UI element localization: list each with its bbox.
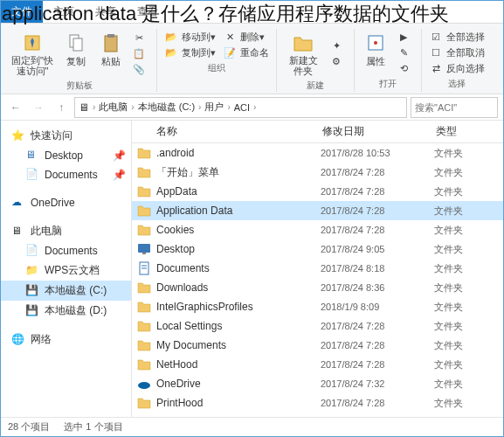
- easy-access-button[interactable]: ⚙: [326, 53, 350, 69]
- file-type: 文件夹: [434, 358, 503, 371]
- cut-button[interactable]: ✂: [128, 30, 153, 45]
- file-name: IntelGraphicsProfiles: [156, 301, 321, 313]
- file-type: 文件夹: [434, 166, 503, 179]
- copy-to-button[interactable]: 📂复制到 ▾: [161, 45, 219, 60]
- paste-button[interactable]: 粘贴: [93, 29, 128, 78]
- file-row[interactable]: My Documents 2017/8/24 7:28 文件夹: [132, 336, 503, 355]
- breadcrumb-users[interactable]: 用户: [201, 101, 227, 114]
- folder-icon: [137, 184, 151, 198]
- sidebar-drive-d[interactable]: 💾本地磁盘 (D:): [1, 301, 131, 321]
- copy-icon: [64, 31, 88, 55]
- sidebar-documents[interactable]: 📄Documents📌: [1, 165, 131, 184]
- sidebar-drive-c[interactable]: 💾本地磁盘 (C:): [1, 281, 131, 301]
- copy-path-button[interactable]: 📋: [128, 45, 153, 61]
- search-input[interactable]: [411, 97, 498, 118]
- col-type-header[interactable]: 类型: [429, 121, 503, 142]
- item-count: 28 个项目: [8, 420, 50, 434]
- col-name-header[interactable]: 名称: [132, 121, 315, 142]
- desktop-icon: [137, 242, 151, 256]
- sidebar-network[interactable]: 🌐网络: [1, 329, 131, 350]
- pin-quick-access-button[interactable]: 固定到"快速访问": [6, 29, 59, 78]
- file-row[interactable]: OneDrive 2017/8/24 7:32 文件夹: [132, 374, 503, 393]
- documents-icon: [137, 261, 151, 275]
- pin-icon: 📌: [113, 149, 126, 162]
- tab-file[interactable]: 文件: [1, 1, 43, 23]
- copy-button[interactable]: 复制: [59, 29, 93, 78]
- nav-back-button[interactable]: ←: [6, 98, 25, 117]
- rename-icon: 📝: [223, 45, 237, 59]
- nav-forward-button[interactable]: →: [29, 98, 48, 117]
- breadcrumb-pc[interactable]: 此电脑: [95, 101, 131, 114]
- file-date: 2017/8/24 7:28: [321, 340, 434, 350]
- file-row[interactable]: Application Data 2017/8/24 7:28 文件夹: [132, 201, 503, 220]
- svg-rect-8: [142, 253, 146, 254]
- select-none-button[interactable]: ☐全部取消: [425, 45, 488, 60]
- file-row[interactable]: Local Settings 2017/8/24 7:28 文件夹: [132, 316, 503, 336]
- status-bar: 28 个项目 选中 1 个项目: [1, 417, 503, 436]
- breadcrumb-user[interactable]: ACI: [231, 102, 253, 113]
- network-icon: 🌐: [11, 333, 25, 347]
- pin-label: 固定到"快速访问": [11, 55, 53, 76]
- delete-button[interactable]: ✕删除 ▾: [219, 29, 273, 45]
- move-to-button[interactable]: 📂移动到 ▾: [161, 29, 219, 45]
- svg-rect-7: [138, 244, 150, 253]
- folder-icon: [137, 338, 151, 352]
- file-date: 2017/8/24 8:36: [321, 282, 434, 293]
- file-row[interactable]: Documents 2017/8/24 8:18 文件夹: [132, 259, 503, 278]
- file-row[interactable]: AppData 2017/8/24 7:28 文件夹: [132, 182, 503, 201]
- paste-shortcut-button[interactable]: 📎: [128, 61, 153, 77]
- file-name: Downloads: [156, 281, 321, 294]
- select-none-icon: ☐: [429, 45, 443, 59]
- sidebar-quick-access[interactable]: ⭐快速访问: [1, 126, 131, 146]
- svg-rect-4: [107, 34, 114, 38]
- file-row[interactable]: IntelGraphicsProfiles 2018/1/9 8:09 文件夹: [132, 297, 503, 316]
- col-date-header[interactable]: 修改日期: [315, 121, 429, 142]
- new-item-button[interactable]: ✦: [326, 38, 350, 53]
- svg-rect-3: [105, 36, 117, 52]
- file-row[interactable]: .android 2017/8/28 10:53 文件夹: [132, 143, 503, 163]
- selected-count: 选中 1 个项目: [64, 420, 122, 434]
- file-date: 2018/1/9 8:09: [321, 302, 434, 312]
- file-type: 文件夹: [434, 205, 503, 218]
- invert-select-button[interactable]: ⇄反向选择: [425, 60, 488, 76]
- open-button[interactable]: ▶: [393, 29, 418, 45]
- ribbon: 固定到"快速访问" 复制 粘贴 ✂ 📋 📎 剪贴板: [1, 24, 503, 94]
- file-name: Application Data: [156, 205, 321, 217]
- shortcut-icon: 📎: [132, 62, 146, 76]
- new-folder-button[interactable]: 新建文件夹: [280, 29, 326, 78]
- open-group-label: 打开: [379, 78, 397, 90]
- file-type: 文件夹: [434, 320, 503, 333]
- sidebar-wps[interactable]: 📁WPS云文档: [1, 260, 131, 281]
- sidebar-this-pc[interactable]: 🖥此电脑: [1, 221, 131, 241]
- file-name: Desktop: [156, 243, 321, 255]
- breadcrumb-drive[interactable]: 本地磁盘 (C:): [135, 101, 198, 114]
- sidebar-desktop[interactable]: 🖥Desktop📌: [1, 146, 131, 165]
- pc-icon: 🖥: [11, 225, 25, 239]
- tab-share[interactable]: 共享: [85, 1, 127, 23]
- file-type: 文件夹: [434, 147, 503, 160]
- edit-button[interactable]: ✎: [393, 45, 418, 60]
- file-row[interactable]: Downloads 2017/8/24 8:36 文件夹: [132, 278, 503, 297]
- file-type: 文件夹: [434, 281, 503, 295]
- history-button[interactable]: ⟲: [393, 60, 418, 76]
- breadcrumb[interactable]: 🖥 › 此电脑 › 本地磁盘 (C:) › 用户 › ACI ›: [74, 97, 407, 118]
- pin-icon: 📌: [113, 169, 126, 181]
- column-headers: 名称 修改日期 类型: [132, 121, 503, 143]
- file-name: .android: [156, 147, 321, 159]
- edit-icon: ✎: [397, 45, 411, 59]
- file-row[interactable]: NetHood 2017/8/24 7:28 文件夹: [132, 355, 503, 374]
- tab-view[interactable]: 查看: [127, 1, 169, 23]
- paste-label: 粘贴: [101, 55, 121, 68]
- file-name: Local Settings: [156, 320, 321, 332]
- file-row[interactable]: Cookies 2017/8/24 7:28 文件夹: [132, 220, 503, 239]
- file-row[interactable]: Desktop 2017/8/24 9:05 文件夹: [132, 239, 503, 259]
- tab-home[interactable]: 主页: [43, 1, 85, 23]
- select-all-button[interactable]: ☑全部选择: [425, 29, 488, 45]
- properties-button[interactable]: 属性: [358, 29, 393, 76]
- nav-up-button[interactable]: ↑: [52, 98, 71, 117]
- rename-button[interactable]: 📝重命名: [219, 45, 273, 60]
- file-row[interactable]: 「开始」菜单 2017/8/24 7:28 文件夹: [132, 163, 503, 182]
- sidebar-documents-2[interactable]: 📄Documents: [1, 241, 131, 260]
- sidebar-onedrive[interactable]: ☁OneDrive: [1, 193, 131, 212]
- file-row[interactable]: PrintHood 2017/8/24 7:28 文件夹: [132, 393, 503, 413]
